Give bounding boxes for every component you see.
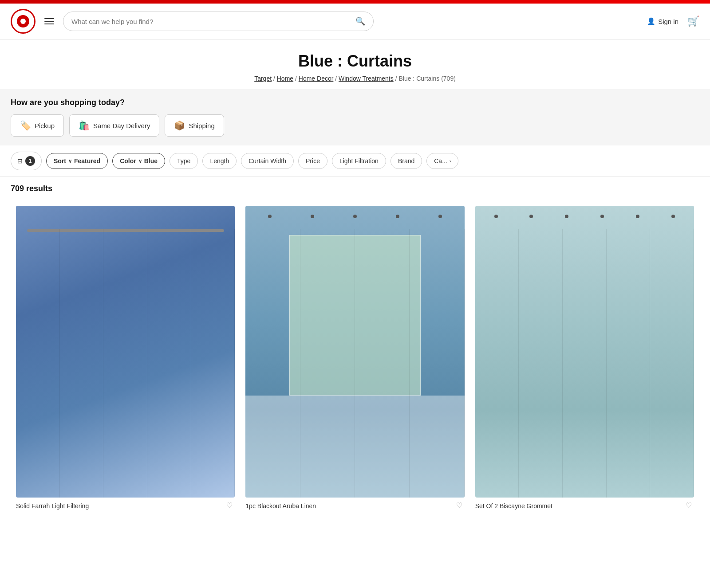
same-day-delivery-icon: 🛍️: [79, 120, 90, 131]
shopping-options-section: How are you shopping today? 🏷️ Pickup 🛍️…: [0, 89, 710, 145]
chevron-down-icon: ∨: [68, 158, 72, 164]
more-label: Ca...: [434, 157, 447, 165]
more-filter-chip[interactable]: Ca... ›: [426, 153, 458, 169]
curtain-width-label: Curtain Width: [248, 157, 286, 165]
price-label: Price: [306, 157, 320, 165]
product-image-3: [475, 206, 694, 498]
sort-filter-chip[interactable]: Sort ∨ Featured: [46, 153, 108, 169]
results-section: 709 results: [0, 177, 710, 200]
hamburger-menu[interactable]: [43, 16, 56, 26]
shopping-buttons: 🏷️ Pickup 🛍️ Same Day Delivery 📦 Shippin…: [11, 114, 699, 137]
product-name-1: Solid Farrah Light Filtering: [16, 502, 235, 511]
length-label: Length: [210, 157, 229, 165]
sign-in-button[interactable]: 👤 Sign in: [647, 17, 678, 25]
user-icon: 👤: [647, 17, 655, 25]
shipping-label: Shipping: [189, 122, 214, 129]
header-right: 👤 Sign in 🛒: [647, 16, 699, 27]
type-filter-chip[interactable]: Type: [170, 153, 198, 169]
search-icon: 🔍: [355, 16, 365, 26]
cart-button[interactable]: 🛒: [687, 16, 699, 27]
pickup-icon: 🏷️: [20, 120, 31, 131]
breadcrumb-window-treatments[interactable]: Window Treatments: [339, 75, 394, 82]
light-filtration-label: Light Filtration: [339, 157, 379, 165]
filter-count: 1: [25, 156, 35, 166]
filter-icon: ⊟: [17, 157, 23, 165]
product-name-2: 1pc Blackout Aruba Linen: [245, 502, 464, 511]
product-image-1: [16, 206, 235, 498]
curtain-width-filter-chip[interactable]: Curtain Width: [241, 153, 294, 169]
color-value: Blue: [144, 157, 158, 165]
price-filter-chip[interactable]: Price: [298, 153, 327, 169]
breadcrumb-home[interactable]: Home: [277, 75, 293, 82]
shopping-question: How are you shopping today?: [11, 98, 699, 107]
product-image-2: [245, 206, 464, 498]
active-filters-button[interactable]: ⊟ 1: [11, 152, 42, 170]
brand-label: Brand: [398, 157, 414, 165]
pickup-label: Pickup: [35, 122, 55, 129]
sort-label: Sort: [54, 157, 66, 165]
page-title-section: Blue : Curtains Target / Home / Home Dec…: [0, 39, 710, 89]
same-day-delivery-label: Same Day Delivery: [93, 122, 150, 129]
top-bar: [0, 0, 710, 4]
light-filtration-filter-chip[interactable]: Light Filtration: [332, 153, 386, 169]
breadcrumb-home-decor[interactable]: Home Decor: [299, 75, 334, 82]
target-logo[interactable]: [11, 9, 36, 34]
color-label: Color: [120, 157, 136, 165]
same-day-delivery-button[interactable]: 🛍️ Same Day Delivery: [69, 114, 159, 137]
wishlist-button-2[interactable]: ♡: [452, 498, 466, 512]
product-grid: ♡ Solid Farrah Light Filtering ♡ 1pc Bla…: [0, 200, 710, 516]
sign-in-label: Sign in: [658, 18, 678, 25]
product-card-3[interactable]: ♡ Set Of 2 Biscayne Grommet: [470, 200, 699, 516]
search-bar: 🔍: [63, 12, 374, 31]
type-label: Type: [177, 157, 190, 165]
search-input[interactable]: [71, 18, 351, 25]
chevron-down-icon-2: ∨: [138, 158, 142, 164]
product-card-2[interactable]: ♡ 1pc Blackout Aruba Linen: [240, 200, 469, 516]
color-filter-chip[interactable]: Color ∨ Blue: [112, 153, 165, 169]
product-name-3: Set Of 2 Biscayne Grommet: [475, 502, 694, 511]
brand-filter-chip[interactable]: Brand: [390, 153, 422, 169]
filters-bar: ⊟ 1 Sort ∨ Featured Color ∨ Blue Type Le…: [0, 145, 710, 177]
breadcrumb: Target / Home / Home Decor / Window Trea…: [11, 75, 699, 82]
shipping-button[interactable]: 📦 Shipping: [165, 114, 224, 137]
product-card[interactable]: ♡ Solid Farrah Light Filtering: [11, 200, 240, 516]
shipping-icon: 📦: [174, 120, 185, 131]
chevron-right-icon: ›: [450, 158, 451, 164]
length-filter-chip[interactable]: Length: [202, 153, 237, 169]
results-count: 709 results: [11, 184, 52, 193]
header: 🔍 👤 Sign in 🛒: [0, 4, 710, 39]
page-title: Blue : Curtains: [11, 52, 699, 71]
pickup-button[interactable]: 🏷️ Pickup: [11, 114, 64, 137]
sort-value: Featured: [74, 157, 100, 165]
breadcrumb-target[interactable]: Target: [254, 75, 272, 82]
